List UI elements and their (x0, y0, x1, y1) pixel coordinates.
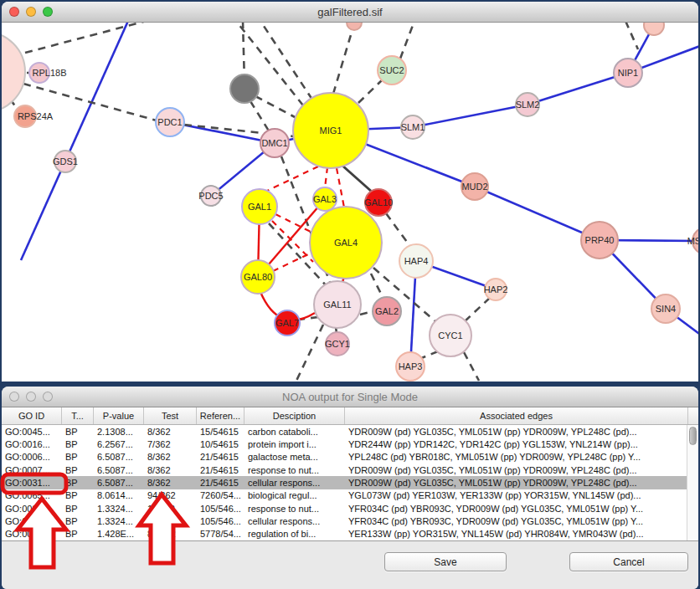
node-gal1[interactable]: GAL1 (242, 189, 277, 224)
node-label: CYC1 (438, 330, 462, 341)
scrollbar-thumb[interactable] (689, 427, 697, 445)
zoom-button[interactable] (43, 392, 53, 402)
node-gal3[interactable]: GAL3 (313, 187, 337, 211)
network-canvas[interactable]: RPL18BRPS24AGDS1PDC1MIG1DMC1SUC2SLM1SLM2… (2, 23, 698, 382)
table-row[interactable]: GO:0031...BP1.3324...11/362105/546...cel… (2, 515, 687, 527)
table-cell: GO:0031... (2, 516, 62, 526)
traffic-lights (9, 2, 53, 22)
network-titlebar[interactable]: galFiltered.sif (2, 2, 698, 23)
node-rps24a[interactable]: RPS24A (14, 105, 54, 127)
node-hap2[interactable]: HAP2 (484, 279, 508, 300)
table-body: GO:0045...BP2.1308...8/36215/54615carbon… (2, 425, 687, 540)
table-row[interactable]: GO:0031...BP1.3324...11/362105/546...res… (2, 502, 687, 515)
node-label: GAL10 (364, 197, 393, 207)
close-button[interactable] (9, 7, 19, 17)
node-gal4[interactable]: GAL4 (310, 207, 382, 279)
node-label: GAL80 (244, 272, 272, 282)
minimize-button[interactable] (26, 7, 36, 17)
node-unlabeled[interactable] (644, 23, 664, 35)
column-header[interactable]: Desciption (244, 407, 345, 424)
node-label: RPS24A (18, 111, 54, 121)
node-msl1[interactable]: MSL1 (687, 228, 698, 254)
node-unlabeled[interactable] (230, 74, 259, 103)
table-cell: biological regul... (244, 490, 345, 500)
node-gal2[interactable]: GAL2 (373, 297, 401, 325)
cancel-button[interactable]: Cancel (569, 552, 688, 571)
output-titlebar[interactable]: NOA output for Single Mode (2, 387, 698, 407)
node-sin4[interactable]: SIN4 (651, 294, 680, 323)
table-cell: 1.3324... (94, 516, 144, 526)
node-label: PDC1 (157, 117, 182, 127)
save-button[interactable]: Save (384, 552, 507, 571)
node-gcy1[interactable]: GCY1 (325, 332, 350, 356)
node-dmc1[interactable]: DMC1 (260, 129, 289, 157)
network-edge (296, 325, 323, 381)
network-edge (465, 298, 490, 321)
column-header[interactable]: GO ID (2, 407, 62, 424)
table-cell: response to nut... (244, 504, 345, 514)
node-gds1[interactable]: GDS1 (53, 151, 78, 172)
network-edge (413, 105, 528, 127)
node-hap3[interactable]: HAP3 (396, 352, 425, 381)
table-cell: regulation of bi... (244, 529, 345, 539)
output-window-title: NOA output for Single Mode (282, 391, 418, 403)
node-unlabeled[interactable] (347, 23, 362, 30)
zoom-button[interactable] (43, 7, 53, 17)
node-unlabeled[interactable] (2, 32, 25, 112)
node-gal11[interactable]: GAL11 (314, 281, 361, 328)
network-edge (337, 168, 344, 207)
table-cell: YDR009W (pd) YGL035C, YML051W (pp) YDR00… (345, 465, 687, 475)
node-mig1[interactable]: MIG1 (293, 93, 368, 168)
node-nip1[interactable]: NIP1 (614, 59, 642, 87)
network-edge (21, 23, 128, 260)
node-pdc1[interactable]: PDC1 (156, 108, 184, 136)
node-suc2[interactable]: SUC2 (378, 56, 406, 85)
column-header[interactable]: Test (144, 407, 197, 424)
minimize-button[interactable] (26, 392, 36, 402)
table-scrollbar[interactable] (687, 425, 698, 540)
table-cell: GO:0065... (2, 490, 62, 500)
node-label: PRP40 (585, 235, 615, 245)
table-cell: galactose meta... (244, 452, 345, 462)
node-label: HAP2 (484, 284, 508, 294)
node-rpl18b[interactable]: RPL18B (29, 63, 66, 83)
table-header: GO IDT...P-valueTestReferen...Desciption… (2, 407, 698, 425)
close-button[interactable] (9, 392, 19, 402)
table-cell: BP (62, 439, 94, 449)
node-slm1[interactable]: SLM1 (401, 115, 425, 139)
button-bar: Save Cancel (2, 540, 698, 589)
node-slm2[interactable]: SLM2 (516, 93, 540, 116)
table-row[interactable]: GO:0065...BP8.0614...94/3627260/54...bio… (2, 489, 687, 502)
table-row[interactable]: GO:0007...BP6.5087...8/36221/54615respon… (2, 464, 687, 476)
table-cell: BP (62, 427, 94, 437)
table-cell: YFR034C (pd) YBR093C, YDR009W (pd) YGL03… (345, 516, 687, 526)
network-edge (25, 23, 147, 53)
node-label: GAL11 (323, 300, 351, 310)
table-row[interactable]: GO:0050...BP1.428E...80/3625778/54...reg… (2, 528, 687, 540)
node-mud2[interactable]: MUD2 (461, 173, 488, 200)
column-header[interactable]: P-value (94, 407, 144, 424)
network-edge (265, 166, 318, 192)
node-label: GDS1 (53, 156, 78, 166)
table-row[interactable]: GO:0031...BP6.5087...8/36221/54615cellul… (2, 476, 687, 489)
column-header[interactable]: T... (62, 407, 94, 424)
node-gal80[interactable]: GAL80 (241, 260, 275, 294)
node-cyc1[interactable]: CYC1 (430, 315, 471, 356)
table-row[interactable]: GO:0006...BP6.5087...8/36221/54615galact… (2, 451, 687, 464)
node-label: GAL2 (375, 306, 399, 316)
node-gal7[interactable]: GAL7 (275, 310, 300, 335)
node-label: DMC1 (261, 138, 287, 148)
node-hap4[interactable]: HAP4 (399, 244, 433, 278)
node-prp40[interactable]: PRP40 (581, 222, 618, 259)
node-gal10[interactable]: GAL10 (364, 189, 393, 216)
column-header[interactable]: Associated edges (345, 407, 688, 424)
table-cell: YDR009W (pd) YGL035C, YML051W (pp) YDR00… (345, 478, 687, 488)
network-edge (360, 311, 373, 315)
table-cell: GO:0050... (2, 529, 62, 539)
node-label: SUC2 (379, 65, 404, 75)
table-cell: cellular respons... (244, 478, 345, 488)
table-cell: BP (62, 465, 94, 475)
table-row[interactable]: GO:0016...BP6.2567...7/36210/54615protei… (2, 438, 687, 450)
table-row[interactable]: GO:0045...BP2.1308...8/36215/54615carbon… (2, 425, 687, 438)
column-header[interactable]: Referen... (197, 407, 244, 424)
